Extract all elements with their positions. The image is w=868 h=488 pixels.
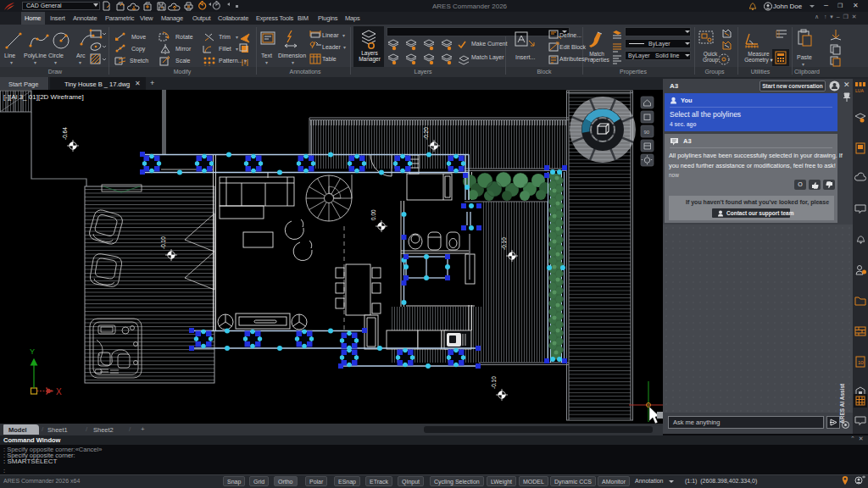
svg-text:X: X [56,387,62,396]
svg-text:-0.20: -0.20 [423,127,429,140]
svg-text:LUA: LUA [855,88,864,93]
svg-text:Y: Y [30,347,35,356]
svg-text:-0.64: -0.64 [62,127,68,140]
svg-text:10: 10 [858,360,864,365]
svg-text:90: 90 [644,130,650,135]
svg-text:-0.10: -0.10 [160,236,166,249]
svg-text:-0.10: -0.10 [491,376,497,389]
svg-text:0.00: 0.00 [370,209,376,220]
svg-text:[-][Al 3_ 01][2D Wireframe]: [-][Al 3_ 01][2D Wireframe] [3,93,84,101]
svg-text:-0.10: -0.10 [501,237,507,250]
